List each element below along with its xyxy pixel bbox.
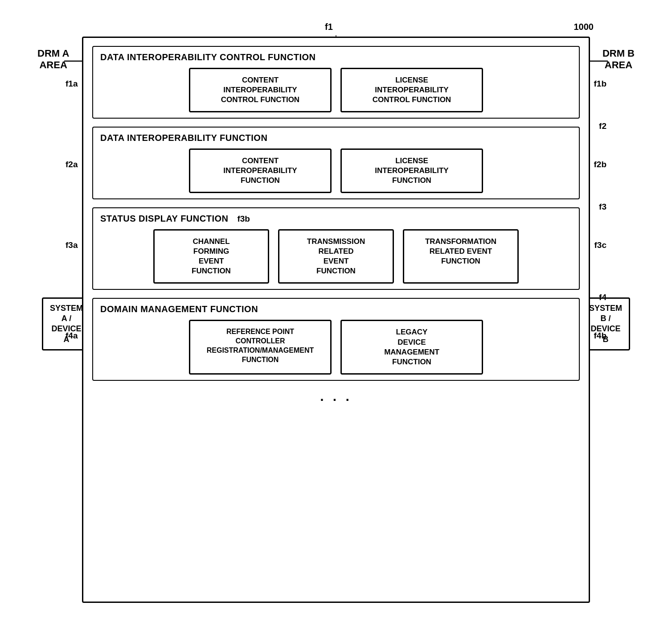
box-f4b: LEGACYDEVICEMANAGEMENTFUNCTION	[340, 320, 483, 374]
label-f3: f3	[599, 202, 606, 212]
label-f1: f1	[325, 22, 333, 32]
box-f2a: CONTENTINTEROPERABILITYFUNCTION	[189, 148, 332, 193]
main-outer-box: DATA INTEROPERABILITY CONTROL FUNCTION C…	[82, 37, 590, 603]
box-f3c: TRANSFORMATIONRELATED EVENTFUNCTION	[403, 229, 519, 284]
box-f3a: CHANNELFORMINGEVENTFUNCTION	[153, 229, 269, 284]
section-f2: DATA INTEROPERABILITY FUNCTION CONTENTIN…	[92, 127, 580, 199]
section-f2-boxes: CONTENTINTEROPERABILITYFUNCTION LICENSEI…	[100, 148, 572, 193]
label-f3a: f3a	[66, 240, 78, 250]
section-f1: DATA INTEROPERABILITY CONTROL FUNCTION C…	[92, 46, 580, 119]
box-f4a: REFERENCE POINTCONTROLLERREGISTRATION/MA…	[189, 320, 332, 374]
continuation-dots: · · ·	[92, 389, 580, 411]
section-f3: STATUS DISPLAY FUNCTION f3b CHANNELFORMI…	[92, 207, 580, 290]
box-f3b: TRANSMISSIONRELATEDEVENTFUNCTION	[278, 229, 394, 284]
label-1000: 1000	[574, 22, 594, 32]
label-f2b: f2b	[594, 160, 607, 169]
section-f4: DOMAIN MANAGEMENT FUNCTION REFERENCE POI…	[92, 298, 580, 380]
diagram-wrapper: DRM AAREA DRM BAREA f1 1000 SYSTEM A / D…	[24, 12, 648, 627]
label-f4b: f4b	[594, 331, 607, 341]
box-f2b: LICENSEINTEROPERABILITYFUNCTION	[340, 148, 483, 193]
section-f2-title: DATA INTEROPERABILITY FUNCTION	[100, 133, 572, 143]
label-f3b-inline: f3b	[237, 214, 250, 224]
section-f1-title: DATA INTEROPERABILITY CONTROL FUNCTION	[100, 52, 572, 62]
label-f4: f4	[599, 293, 606, 302]
label-f1b: f1b	[594, 79, 607, 89]
label-f1a: f1a	[66, 79, 78, 89]
section-f3-title: STATUS DISPLAY FUNCTION	[100, 214, 228, 224]
section-f1-boxes: CONTENTINTEROPERABILITYCONTROL FUNCTION …	[100, 68, 572, 112]
box-f1a: CONTENTINTEROPERABILITYCONTROL FUNCTION	[189, 68, 332, 112]
drm-b-label: DRM BAREA	[602, 48, 635, 71]
label-f2a: f2a	[66, 160, 78, 169]
section-f3-header: STATUS DISPLAY FUNCTION f3b	[100, 214, 572, 229]
box-f1b: LICENSEINTEROPERABILITYCONTROL FUNCTION	[340, 68, 483, 112]
label-f3c: f3c	[594, 240, 606, 250]
section-f4-boxes: REFERENCE POINTCONTROLLERREGISTRATION/MA…	[100, 320, 572, 374]
section-f4-title: DOMAIN MANAGEMENT FUNCTION	[100, 304, 572, 314]
label-f4a: f4a	[66, 331, 78, 341]
drm-a-label: DRM AAREA	[37, 48, 69, 71]
section-f3-boxes: CHANNELFORMINGEVENTFUNCTION TRANSMISSION…	[100, 229, 572, 284]
label-f2: f2	[599, 121, 606, 131]
